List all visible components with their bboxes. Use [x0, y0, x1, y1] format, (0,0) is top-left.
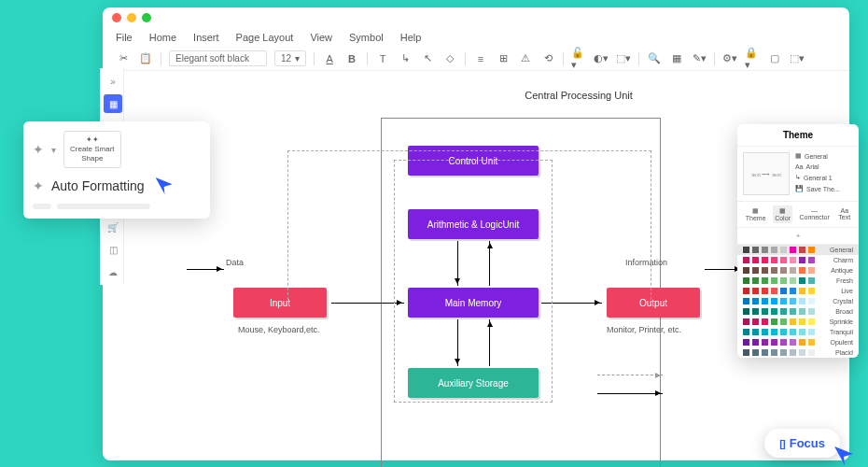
- crop-icon[interactable]: ⬚▾: [616, 51, 631, 66]
- font-color-icon[interactable]: A: [322, 51, 337, 66]
- palette-row-live[interactable]: Live: [737, 286, 859, 296]
- top-dashed-border: [287, 150, 651, 300]
- menubar: File Home Insert Page Layout View Symbol…: [103, 28, 849, 47]
- text-tool-icon[interactable]: T: [375, 51, 390, 66]
- bold-icon[interactable]: B: [344, 51, 359, 66]
- theme-preview[interactable]: text ⟶ text: [743, 152, 790, 195]
- clipboard-icon[interactable]: 📋: [138, 51, 153, 66]
- sidebar-shapes-icon[interactable]: ▦: [104, 94, 122, 113]
- menu-file[interactable]: File: [116, 32, 133, 43]
- menu-page-layout[interactable]: Page Layout: [236, 32, 294, 43]
- titlebar: [103, 7, 849, 28]
- collapse-icon[interactable]: »: [104, 72, 122, 91]
- palette-row-opulent[interactable]: Opulent: [737, 337, 859, 347]
- layers-icon[interactable]: ◇: [442, 51, 457, 66]
- palette-row-fresh[interactable]: Fresh: [737, 276, 859, 286]
- opt-font[interactable]: Aa Arial: [795, 163, 840, 170]
- sparkle-icon-2: ✦: [33, 178, 44, 193]
- palette-row-antique[interactable]: Antique: [737, 265, 859, 276]
- palette-row-placid[interactable]: Placid: [737, 347, 859, 358]
- sidebar-cloud-icon[interactable]: ☁: [104, 262, 122, 281]
- cursor-icon: [156, 177, 173, 194]
- theme-panel: Theme text ⟶ text ▦ General Aa Arial ↳ G…: [737, 124, 859, 358]
- toolbar: ✂ 📋 Elegant soft black 12▾ A B T ↳ ↖ ◇ ≡…: [103, 47, 849, 71]
- palette-row-charm[interactable]: Charm: [737, 255, 859, 265]
- lock-icon[interactable]: 🔒▾: [745, 51, 760, 66]
- menu-home[interactable]: Home: [149, 32, 176, 43]
- progress-indicator: [33, 204, 201, 209]
- menu-help[interactable]: Help: [400, 32, 422, 43]
- pointer-icon[interactable]: ↖: [420, 51, 435, 66]
- search-icon[interactable]: 🔍: [647, 51, 662, 66]
- menu-insert[interactable]: Insert: [193, 32, 219, 43]
- palette-row-broad[interactable]: Broad: [737, 306, 859, 317]
- tab-theme[interactable]: ▦Theme: [744, 205, 768, 223]
- minimize-dot[interactable]: [127, 13, 136, 22]
- sparkle-icon: ✦: [33, 142, 44, 157]
- pen-icon[interactable]: ✎▾: [692, 51, 707, 66]
- create-smart-shape-button[interactable]: ✦✦ Create Smart Shape: [63, 131, 121, 168]
- auto-format-callout: ✦ ▾ ✦✦ Create Smart Shape ✦ Auto Formatt…: [23, 121, 210, 219]
- sidebar-data-icon[interactable]: ◫: [104, 240, 122, 259]
- menu-symbol[interactable]: Symbol: [349, 32, 384, 43]
- menu-view[interactable]: View: [310, 32, 332, 43]
- palette-row-sprinkle[interactable]: Sprinkle: [737, 317, 859, 327]
- arrow-data-in: [187, 269, 224, 270]
- font-select[interactable]: Elegant soft black: [169, 50, 267, 66]
- tab-color[interactable]: ▦Color: [773, 205, 792, 223]
- align-icon[interactable]: ≡: [473, 51, 488, 66]
- arrow-info-out: [705, 269, 742, 270]
- close-dot[interactable]: [112, 13, 121, 22]
- label-input-sub: Mouse, Keyboard,etc.: [238, 325, 320, 334]
- legend-dashed-arrow: [597, 375, 663, 375]
- rotate-icon[interactable]: ⟲: [540, 51, 555, 66]
- palette-row-crystal[interactable]: Crystal: [737, 296, 859, 306]
- sidebar-cart-icon[interactable]: 🛒: [104, 218, 122, 236]
- font-size-select[interactable]: 12▾: [274, 50, 306, 66]
- palette-row-general[interactable]: General: [737, 245, 859, 255]
- opt-general[interactable]: ▦ General: [795, 152, 840, 160]
- shadow-icon[interactable]: ◐▾: [594, 51, 609, 66]
- connector-icon[interactable]: ↳: [398, 51, 413, 66]
- border-icon[interactable]: ▢: [767, 51, 782, 66]
- auto-format-label: Auto Formatting: [51, 178, 145, 193]
- label-output-sub: Monitor, Printer, etc.: [607, 325, 681, 334]
- cut-icon[interactable]: ✂: [116, 51, 131, 66]
- focus-button[interactable]: Focus: [764, 429, 840, 458]
- opt-general1[interactable]: ↳ General 1: [795, 174, 840, 181]
- more-icon[interactable]: ⬚▾: [790, 51, 805, 66]
- grid-icon[interactable]: ▦: [669, 51, 684, 66]
- warning-icon[interactable]: ⚠: [518, 51, 533, 66]
- tab-connector[interactable]: —Connector: [797, 205, 831, 223]
- distribute-icon[interactable]: ⊞: [496, 51, 511, 66]
- maximize-dot[interactable]: [142, 13, 151, 22]
- palette-row-tranquil[interactable]: Tranquil: [737, 327, 859, 337]
- add-palette-button[interactable]: +: [737, 228, 859, 245]
- opt-save[interactable]: 💾 Save The...: [795, 185, 840, 192]
- fill-icon[interactable]: 🔓▾: [571, 51, 586, 66]
- theme-header: Theme: [737, 124, 859, 147]
- label-data: Data: [226, 258, 244, 267]
- tab-text[interactable]: AaText: [836, 205, 852, 223]
- diagram-title: Central Processing Unit: [327, 90, 831, 101]
- settings-icon[interactable]: ⚙▾: [722, 51, 737, 66]
- legend-solid-arrow: [597, 393, 663, 394]
